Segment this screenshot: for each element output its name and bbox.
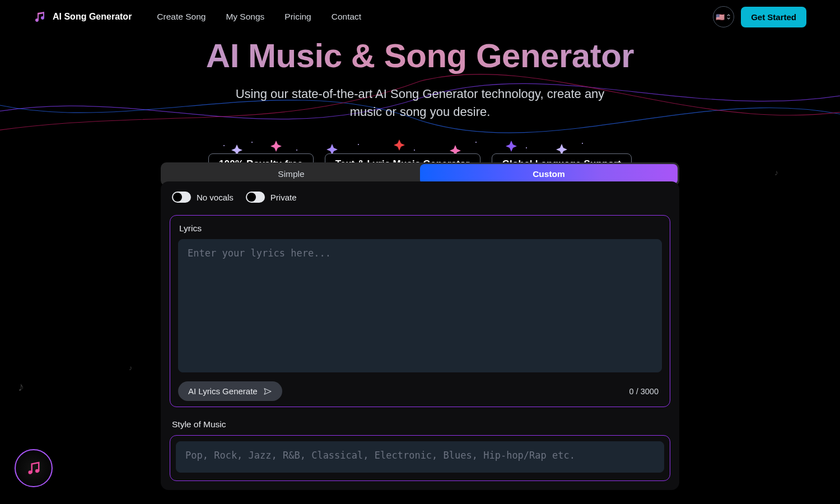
brand-music-icon [34, 10, 47, 24]
song-form: No vocals Private Lyrics AI Lyrics Gener… [161, 181, 679, 490]
send-icon [263, 387, 272, 396]
hero: AI Music & Song Generator Using our stat… [0, 36, 840, 175]
music-note-icon: ♪ [129, 364, 132, 372]
toggle-private-label: Private [270, 193, 297, 202]
flag-icon: 🇺🇸 [716, 13, 725, 21]
language-selector[interactable]: 🇺🇸 [713, 6, 734, 27]
nav-my-songs[interactable]: My Songs [226, 12, 264, 22]
header: AI Song Generator Create Song My Songs P… [0, 0, 840, 34]
ai-lyrics-generate-button[interactable]: AI Lyrics Generate [178, 381, 282, 401]
chevron-updown-icon [726, 14, 731, 20]
page-subtitle: Using our state-of-the-art AI Song Gener… [230, 85, 610, 121]
switch-no-vocals[interactable] [172, 192, 191, 203]
toggle-no-vocals[interactable]: No vocals [172, 192, 234, 203]
nav-create-song[interactable]: Create Song [157, 12, 206, 22]
music-note-icon: ♪ [18, 380, 24, 394]
toggle-private[interactable]: Private [246, 192, 297, 203]
lyrics-input[interactable] [178, 239, 662, 372]
brand-name: AI Song Generator [53, 12, 132, 22]
get-started-button[interactable]: Get Started [741, 7, 806, 27]
switch-private[interactable] [246, 192, 265, 203]
ai-lyrics-generate-label: AI Lyrics Generate [188, 386, 258, 396]
toggle-no-vocals-label: No vocals [197, 193, 234, 202]
main-nav: Create Song My Songs Pricing Contact [157, 12, 361, 22]
brand[interactable]: AI Song Generator [34, 10, 132, 24]
style-card [170, 435, 670, 481]
style-label: Style of Music [172, 419, 670, 430]
music-fab-button[interactable] [15, 449, 53, 487]
music-icon [25, 460, 42, 477]
style-input[interactable] [176, 441, 664, 473]
lyrics-label: Lyrics [179, 223, 662, 234]
nav-pricing[interactable]: Pricing [284, 12, 311, 22]
lyrics-card: Lyrics AI Lyrics Generate 0 / 3000 [170, 215, 670, 407]
nav-contact[interactable]: Contact [332, 12, 361, 22]
page-title: AI Music & Song Generator [0, 36, 840, 75]
lyrics-char-counter: 0 / 3000 [629, 387, 662, 396]
